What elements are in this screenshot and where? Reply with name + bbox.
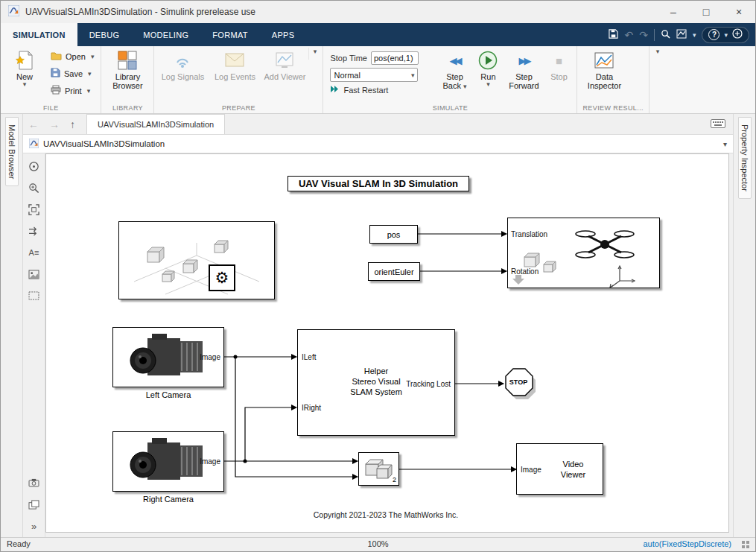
navigate-forward-icon[interactable]: →: [44, 118, 65, 130]
image-concatenate-block[interactable]: 2: [358, 452, 399, 486]
chevron-down-icon: ▾: [314, 48, 317, 55]
keyboard-shortcuts-icon[interactable]: [711, 118, 725, 131]
undo-icon[interactable]: ↶: [624, 29, 633, 41]
right-panel-strip: Property Inspector: [733, 114, 755, 537]
ribbon-overflow: ▾: [649, 46, 666, 113]
tab-apps[interactable]: APPS: [260, 23, 307, 46]
model-browser-tab[interactable]: Model Browser: [5, 117, 19, 186]
orient-euler-block[interactable]: orientEuler: [368, 262, 420, 281]
stop-time-label: Stop Time: [330, 54, 367, 63]
status-zoom: 100%: [1, 539, 755, 548]
expand-palette-icon[interactable]: »: [28, 519, 41, 533]
data-inspector-quick-icon[interactable]: [676, 28, 687, 42]
status-solver[interactable]: auto(FixedStepDiscrete): [643, 539, 731, 548]
toolstrip-tab-bar: SIMULATION DEBUG MODELING FORMAT APPS ↶ …: [1, 23, 755, 46]
screenshot-icon[interactable]: [28, 476, 41, 489]
concatenate-count: 2: [393, 476, 396, 483]
new-button[interactable]: New ▾: [3, 48, 46, 88]
step-forward-icon: ▶▶: [518, 55, 529, 66]
save-button[interactable]: Save ▾: [46, 65, 98, 82]
section-label-simulate: SIMULATE: [325, 104, 574, 113]
quick-save-icon[interactable]: [609, 28, 618, 42]
ribbon: New ▾ Open ▾ Save ▾: [1, 46, 755, 114]
simulink-model-icon: [29, 139, 39, 150]
image-annotation-icon[interactable]: [28, 267, 41, 281]
copyright-annotation: Copyright 2021-2023 The MathWorks Inc.: [274, 510, 498, 519]
new-file-icon: [15, 51, 34, 70]
data-inspector-button[interactable]: Data Inspector: [579, 48, 629, 91]
helper-slam-text: Helper Stereo Visual SLAM System: [298, 366, 454, 397]
show-markup-icon[interactable]: [28, 159, 41, 173]
model-canvas[interactable]: UAV Visual SLAM In 3D Simulation: [45, 153, 729, 533]
stop-simulation-block[interactable]: STOP: [504, 367, 536, 400]
zoom-icon[interactable]: [28, 181, 41, 194]
print-button[interactable]: Print ▾: [46, 82, 98, 99]
simulation-mode-select[interactable]: Normal ▾: [330, 68, 418, 82]
step-forward-button[interactable]: ▶▶ Step Forward: [504, 48, 543, 91]
search-icon[interactable]: [661, 28, 670, 42]
stop-time-input[interactable]: [371, 51, 419, 65]
log-events-button[interactable]: Log Events: [209, 48, 261, 82]
model-document-tab[interactable]: UAVVisualSLAMIn3DSimulation: [86, 114, 225, 134]
data-inspector-icon: [594, 51, 614, 70]
scene-configuration-block[interactable]: ⚙: [118, 221, 275, 299]
section-label-file: FILE: [3, 104, 98, 113]
annotation-icon[interactable]: A≡: [28, 246, 41, 259]
right-camera-label: Right Camera: [112, 495, 224, 504]
section-review: Data Inspector REVIEW RESUL...: [577, 46, 649, 113]
minimize-button[interactable]: –: [657, 1, 690, 23]
property-inspector-tab[interactable]: Property Inspector: [738, 117, 752, 199]
window-title: UAVVisualSLAMIn3DSimulation - Simulink p…: [25, 7, 255, 17]
uav-3d-viewer-block[interactable]: Translation Rotation: [507, 218, 660, 288]
envelope-icon: [225, 51, 244, 70]
section-label-prepare: PREPARE: [156, 104, 320, 113]
stop-icon: ■: [556, 54, 562, 67]
fast-restart-button[interactable]: Fast Restart: [330, 85, 433, 95]
tab-simulation[interactable]: SIMULATION: [1, 23, 77, 46]
tab-debug[interactable]: DEBUG: [77, 23, 132, 46]
video-viewer-text: Video Viewer: [545, 459, 601, 480]
run-button[interactable]: Run ▾: [471, 48, 504, 88]
chevron-down-icon[interactable]: ▾: [724, 31, 728, 39]
sample-time-icon[interactable]: [28, 224, 41, 238]
document-tab-bar: ← → ↑ UAVVisualSLAMIn3DSimulation: [23, 114, 733, 135]
library-browser-button[interactable]: Library Browser: [104, 48, 151, 91]
navigate-up-icon[interactable]: ↑: [65, 118, 80, 130]
chevron-down-icon: ▾: [87, 87, 91, 95]
prepare-gallery-expand-button[interactable]: ▾: [308, 48, 320, 60]
model-title-annotation[interactable]: UAV Visual SLAM In 3D Simulation: [288, 176, 469, 191]
chevron-down-icon: ▾: [91, 53, 95, 60]
open-button[interactable]: Open ▾: [46, 48, 98, 65]
help-icon[interactable]: ?: [708, 29, 720, 40]
toolbar-separator: [654, 29, 655, 41]
maximize-button[interactable]: □: [690, 1, 722, 23]
video-viewer-block[interactable]: Image Video Viewer: [516, 443, 603, 495]
tab-format[interactable]: FORMAT: [200, 23, 259, 46]
breadcrumb[interactable]: UAVVisualSLAMIn3DSimulation ▾: [23, 135, 733, 153]
step-back-button[interactable]: ◀◀ Step Back ▾: [437, 48, 471, 91]
fit-to-view-icon[interactable]: [28, 203, 41, 216]
fast-restart-icon: [330, 85, 340, 95]
area-box-icon[interactable]: [28, 289, 41, 302]
add-viewer-button[interactable]: Add Viewer: [261, 48, 308, 82]
right-camera-block[interactable]: Image: [112, 431, 224, 492]
chevron-down-icon[interactable]: ▾: [723, 140, 727, 148]
log-signals-button[interactable]: Log Signals: [156, 48, 209, 82]
close-button[interactable]: ×: [722, 1, 755, 23]
review-gallery-expand-button[interactable]: ▾: [652, 48, 664, 60]
chevron-down-icon[interactable]: ▾: [693, 31, 696, 39]
help-group: ? ▾: [702, 27, 749, 43]
left-camera-block[interactable]: Image: [112, 327, 224, 387]
navigate-back-icon[interactable]: ←: [23, 118, 44, 130]
redo-icon[interactable]: ↷: [639, 29, 648, 41]
toolstrip-options-icon[interactable]: [732, 28, 743, 42]
pos-block[interactable]: pos: [369, 225, 418, 244]
chevron-down-icon: ▾: [23, 81, 27, 87]
section-prepare: Log Signals Log Events Add Viewer ▾: [154, 46, 323, 113]
helper-slam-block[interactable]: ILeft IRight Tracking Lost Helper Stereo…: [297, 329, 455, 436]
tab-modeling[interactable]: MODELING: [131, 23, 200, 46]
viewmarks-icon[interactable]: [28, 498, 41, 511]
chevron-down-icon: ▾: [411, 72, 415, 79]
stop-button[interactable]: ■ Stop: [543, 48, 574, 82]
left-panel-strip: Model Browser: [1, 114, 23, 537]
